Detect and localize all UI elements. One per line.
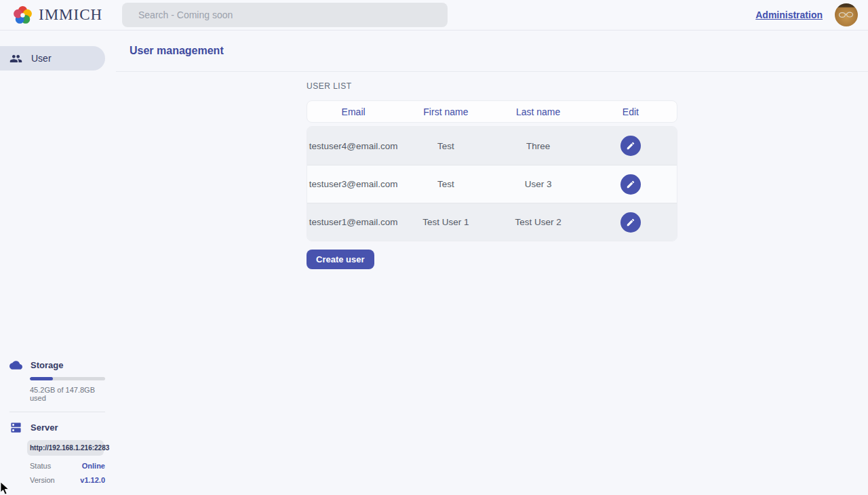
edit-user-button[interactable] xyxy=(620,174,641,195)
column-header-email: Email xyxy=(307,106,399,117)
server-status-value: Online xyxy=(82,462,105,470)
search-input[interactable] xyxy=(122,3,448,27)
cell-last-name: Test User 2 xyxy=(492,217,585,227)
sidebar-item-user[interactable]: User xyxy=(0,46,105,71)
cell-last-name: User 3 xyxy=(492,179,585,189)
cell-email: testuser4@email.com xyxy=(307,141,399,151)
pencil-icon xyxy=(626,180,635,189)
edit-user-button[interactable] xyxy=(620,136,641,156)
server-version-value: v1.12.0 xyxy=(80,476,105,484)
topbar-right: Administration xyxy=(755,3,868,26)
table-row: testuser1@email.com Test User 1 Test Use… xyxy=(307,203,677,241)
server-url-badge: http://192.168.1.216:2283 xyxy=(27,440,104,456)
cell-email: testuser1@email.com xyxy=(307,217,399,227)
server-status-label: Status xyxy=(30,462,51,470)
administration-link[interactable]: Administration xyxy=(755,9,823,20)
sidebar: User Storage 45.2GB of 147.8GB used xyxy=(0,31,116,495)
cell-last-name: Three xyxy=(492,141,585,151)
edit-user-button[interactable] xyxy=(620,212,641,233)
cloud-icon xyxy=(9,359,22,372)
column-header-first-name: First name xyxy=(399,106,492,117)
user-list-section-label: USER LIST xyxy=(307,81,677,91)
server-version-label: Version xyxy=(30,476,55,484)
user-table-body: testuser4@email.com Test Three te xyxy=(307,126,677,241)
storage-progress-bar xyxy=(30,377,105,380)
pencil-icon xyxy=(626,218,635,227)
create-user-button[interactable]: Create user xyxy=(307,250,374,269)
server-title: Server xyxy=(31,422,58,433)
cell-first-name: Test User 1 xyxy=(399,217,492,227)
users-icon xyxy=(9,52,22,65)
brand-name: IMMICH xyxy=(39,6,102,24)
pencil-icon xyxy=(626,141,635,151)
brand-home-link[interactable]: IMMICH xyxy=(0,5,102,25)
top-navigation-bar: IMMICH Administration xyxy=(0,0,868,31)
sidebar-divider xyxy=(9,412,105,412)
server-icon xyxy=(9,421,22,434)
immich-logo-icon xyxy=(13,5,33,25)
cell-first-name: Test xyxy=(399,179,492,189)
main-content: User management USER LIST Email First na… xyxy=(116,31,868,495)
column-header-last-name: Last name xyxy=(492,106,585,117)
user-table-header: Email First name Last name Edit xyxy=(307,100,677,123)
table-row: testuser3@email.com Test User 3 xyxy=(307,165,677,203)
cell-first-name: Test xyxy=(399,141,492,151)
storage-usage-text: 45.2GB of 147.8GB used xyxy=(30,386,105,402)
table-row: testuser4@email.com Test Three xyxy=(307,127,677,165)
storage-progress-fill xyxy=(30,377,53,380)
page-title: User management xyxy=(130,45,224,57)
cell-email: testuser3@email.com xyxy=(307,179,399,189)
storage-title: Storage xyxy=(31,360,63,370)
sidebar-footer: Storage 45.2GB of 147.8GB used Server ht… xyxy=(0,359,116,495)
column-header-edit: Edit xyxy=(585,106,677,117)
glasses-photo-detail xyxy=(838,12,854,18)
sidebar-item-label: User xyxy=(31,53,52,64)
user-avatar[interactable] xyxy=(835,3,858,26)
